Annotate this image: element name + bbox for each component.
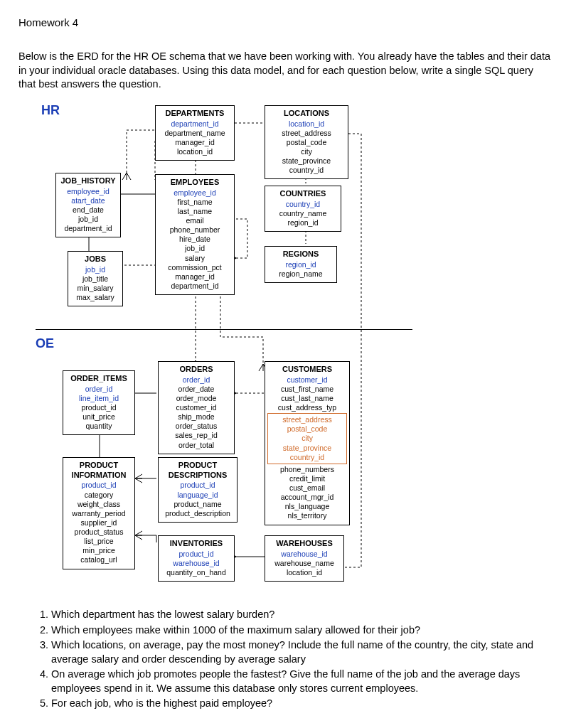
- entity-field: job_id: [72, 265, 119, 274]
- entity-field: region_id: [269, 218, 337, 228]
- entity-field: atart_date: [60, 196, 117, 205]
- entity-field: hire_date: [159, 235, 230, 244]
- entity-field: country_id: [270, 453, 345, 462]
- entity-orders: ORDERSorder_idorder_dateorder_modecustom…: [158, 361, 235, 454]
- entity-title: COUNTRIES: [269, 189, 337, 199]
- entity-title: LOCATIONS: [269, 109, 344, 119]
- entity-field: supplier_id: [67, 518, 131, 528]
- entity-field: warranty_period: [67, 509, 131, 518]
- entity-field: job_id: [60, 215, 117, 224]
- entity-title: DEPARTMENTS: [159, 109, 230, 119]
- entity-field: product_description: [162, 509, 233, 518]
- entity-field: employee_id: [60, 187, 117, 196]
- entity-field: sales_rep_id: [162, 431, 230, 440]
- entity-field: first_name: [159, 198, 230, 207]
- entity-field: street_address: [269, 129, 344, 138]
- entity-subtype: street_addresspostal_codecitystate_provi…: [267, 413, 347, 464]
- entity-field: catalog_url: [67, 555, 131, 564]
- entity-field: manager_id: [159, 138, 230, 147]
- question-item: On average which job promotes people the…: [51, 668, 553, 695]
- entity-field: product_id: [67, 403, 131, 412]
- entity-title: JOB_HISTORY: [60, 176, 117, 186]
- entity-field: list_price: [67, 537, 131, 546]
- entity-title: INVENTORIES: [162, 539, 230, 549]
- entity-title: WAREHOUSES: [269, 539, 340, 549]
- entity-inventories: INVENTORIESproduct_idwarehouse_idquantit…: [158, 535, 235, 582]
- entity-field: customer_id: [269, 375, 346, 385]
- entity-title: PRODUCT DESCRIPTIONS: [162, 461, 233, 481]
- entity-title: ORDER_ITEMS: [67, 374, 131, 384]
- entity-field: postal_code: [270, 424, 345, 434]
- entity-field: account_mgr_id: [269, 493, 346, 502]
- entity-field: city: [270, 434, 345, 443]
- entity-title: ORDERS: [162, 365, 230, 375]
- intro-text: Below is the ERD for the HR OE schema th…: [18, 50, 553, 92]
- question-item: For each job, who is the highest paid em…: [51, 697, 553, 711]
- entity-field: commission_pct: [159, 263, 230, 272]
- entity-departments: DEPARTMENTSdepartment_iddepartment_namem…: [155, 105, 235, 161]
- schema-label-oe: OE: [36, 335, 54, 352]
- entity-title: JOBS: [72, 255, 119, 264]
- erd-diagram: HR OE DEPARTMENTSdepartment_iddepartment…: [36, 102, 412, 592]
- entity-field: max_salary: [72, 293, 119, 302]
- entity-customers: CUSTOMERScustomer_idcust_first_namecust_…: [265, 361, 350, 525]
- entity-field: order_status: [162, 422, 230, 431]
- entity-field: state_province: [269, 156, 344, 166]
- entity-field: weight_class: [67, 500, 131, 509]
- schema-label-hr: HR: [41, 102, 60, 119]
- entity-field: salary: [159, 254, 230, 263]
- entity-title: PRODUCT INFORMATION: [67, 461, 131, 481]
- entity-field: product_id: [162, 550, 230, 559]
- entity-countries: COUNTRIEScountry_idcountry_nameregion_id: [265, 186, 341, 232]
- entity-field: order_date: [162, 385, 230, 394]
- entity-field: category: [67, 491, 131, 500]
- entity-field: cust_first_name: [269, 385, 346, 394]
- entity-field: line_item_id: [67, 394, 131, 403]
- entity-field: ship_mode: [162, 412, 230, 422]
- entity-field: city: [269, 147, 344, 156]
- entity-field: state_province: [270, 444, 345, 453]
- entity-field: product_id: [67, 481, 131, 490]
- entity-warehouses: WAREHOUSESwarehouse_idwarehouse_nameloca…: [265, 535, 344, 582]
- entity-field: department_id: [60, 224, 117, 233]
- entity-employees: EMPLOYEESemployee_idfirst_namelast_namee…: [155, 174, 235, 295]
- entity-regions: REGIONSregion_idregion_name: [265, 246, 337, 283]
- entity-field: location_id: [159, 147, 230, 156]
- question-list: Which department has the lowest salary b…: [34, 608, 553, 711]
- entity-field: region_name: [269, 269, 333, 279]
- entity-field: quantity_on_hand: [162, 568, 230, 577]
- page-title: Homework 4: [18, 16, 553, 30]
- schema-divider: [36, 329, 412, 330]
- entity-field: location_id: [269, 119, 344, 129]
- entity-field: employee_id: [159, 188, 230, 198]
- entity-field: country_id: [269, 166, 344, 175]
- entity-field: cust_last_name: [269, 394, 346, 403]
- entity-field: warehouse_name: [269, 559, 340, 568]
- entity-field: last_name: [159, 207, 230, 216]
- entity-field: department_id: [159, 282, 230, 291]
- entity-field: department_id: [159, 119, 230, 129]
- entity-field: manager_id: [159, 272, 230, 282]
- entity-field: location_id: [269, 568, 340, 577]
- entity-field: order_mode: [162, 394, 230, 403]
- entity-field: min_price: [67, 546, 131, 555]
- entity-field: postal_code: [269, 138, 344, 147]
- entity-field: country_id: [269, 200, 337, 209]
- entity-jobs: JOBSjob_idjob_titlemin_salarymax_salary: [68, 251, 123, 306]
- entity-field: cust_email: [269, 483, 346, 493]
- entity-order-items: ORDER_ITEMSorder_idline_item_idproduct_i…: [63, 370, 135, 435]
- entity-field: region_id: [269, 260, 333, 269]
- entity-field: job_id: [159, 244, 230, 253]
- entity-field: job_title: [72, 274, 119, 284]
- question-item: Which employees make within 1000 of the …: [51, 623, 553, 638]
- entity-field: warehouse_id: [162, 559, 230, 568]
- entity-field: unit_price: [67, 412, 131, 422]
- entity-locations: LOCATIONSlocation_idstreet_addresspostal…: [265, 105, 348, 180]
- entity-field: product_id: [162, 481, 233, 490]
- entity-field: order_id: [67, 385, 131, 394]
- entity-field: end_date: [60, 205, 117, 215]
- entity-field: quantity: [67, 422, 131, 431]
- question-item: Which department has the lowest salary b…: [51, 608, 553, 622]
- entity-field: department_name: [159, 129, 230, 138]
- entity-field: cust_address_typ: [269, 403, 346, 412]
